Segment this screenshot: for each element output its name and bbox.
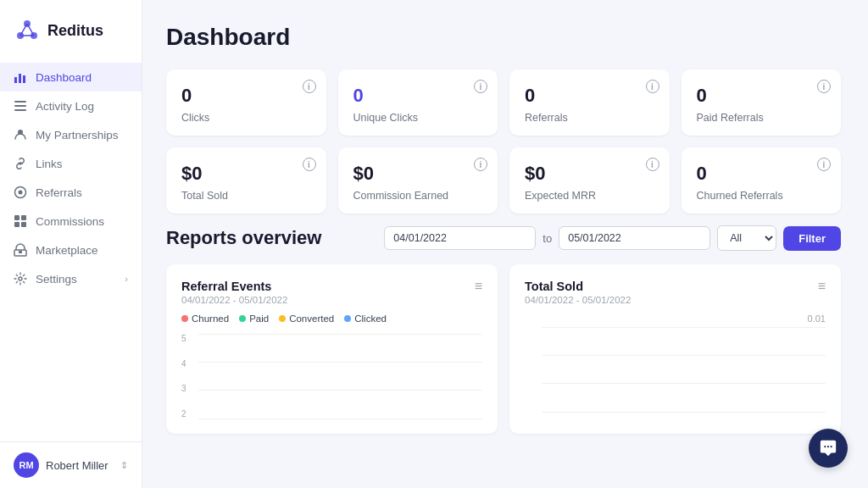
reports-header: Reports overview to All Filter [166, 225, 841, 251]
stat-card-clicks: i 0 Clicks [166, 69, 326, 136]
info-icon-unique-clicks[interactable]: i [474, 80, 487, 93]
grid-line-ts-2 [542, 355, 826, 356]
settings-chevron-icon: › [125, 274, 128, 284]
stat-label-total-sold: Total Sold [181, 190, 311, 202]
svg-rect-8 [23, 75, 25, 83]
stat-label-clicks: Clicks [181, 112, 311, 124]
svg-rect-7 [19, 74, 21, 83]
stat-value-expected-mrr: $0 [525, 163, 654, 185]
svg-rect-11 [14, 109, 26, 111]
info-icon-churned-referrals[interactable]: i [817, 158, 831, 171]
user-icon [14, 128, 27, 141]
grid-line-ts-4 [542, 412, 826, 413]
sidebar: Reditus Dashboard Activity Log [0, 0, 142, 488]
sidebar-item-my-partnerships[interactable]: My Partnerships [0, 120, 142, 149]
stat-card-paid-referrals: i 0 Paid Referrals [682, 69, 842, 136]
sidebar-label-settings: Settings [36, 273, 77, 286]
filter-button[interactable]: Filter [783, 226, 841, 251]
chart-yaxis: 5 4 3 2 [181, 334, 186, 419]
sidebar-label-marketplace: Marketplace [36, 244, 98, 257]
sidebar-label-dashboard: Dashboard [36, 71, 92, 84]
stat-label-expected-mrr: Expected MRR [525, 190, 654, 202]
legend-clicked: Clicked [344, 313, 387, 324]
svg-rect-6 [14, 77, 17, 83]
sidebar-item-marketplace[interactable]: Marketplace [0, 236, 142, 264]
reports-to-label: to [542, 232, 552, 245]
stat-label-commission-earned: Commission Earned [353, 190, 483, 202]
stat-label-unique-clicks: Unique Clicks [353, 112, 483, 124]
legend-label-converted: Converted [289, 313, 334, 324]
stat-card-churned-referrals: i 0 Churned Referrals [682, 147, 842, 214]
sidebar-item-referrals[interactable]: Referrals [0, 178, 142, 207]
legend-dot-clicked [344, 315, 351, 322]
sidebar-item-commissions[interactable]: Commissions [0, 207, 142, 236]
sidebar-label-commissions: Commissions [36, 215, 104, 228]
info-icon-referrals[interactable]: i [646, 80, 659, 93]
svg-point-21 [19, 277, 22, 280]
legend-paid: Paid [239, 313, 269, 324]
page-title: Dashboard [166, 24, 841, 51]
chart-area-referral-events: 5 4 3 2 [181, 334, 482, 419]
chat-button[interactable] [809, 429, 848, 468]
stat-value-clicks: 0 [181, 85, 311, 107]
reports-filter-select[interactable]: All [717, 225, 776, 251]
svg-rect-16 [21, 215, 26, 220]
chart-header-total-sold: Total Sold ≡ [525, 280, 826, 293]
stat-value-churned-referrals: 0 [697, 163, 826, 185]
chart-menu-icon-total-sold[interactable]: ≡ [818, 280, 826, 293]
info-icon-clicks[interactable]: i [303, 80, 316, 93]
legend-dot-converted [279, 315, 286, 322]
info-icon-total-sold[interactable]: i [303, 158, 316, 171]
grid-line-1 [198, 334, 482, 335]
grid-icon [14, 214, 27, 228]
chart-menu-icon-referral-events[interactable]: ≡ [475, 280, 482, 293]
sidebar-item-settings[interactable]: Settings › [0, 264, 142, 293]
legend-dot-paid [239, 315, 246, 322]
stat-value-paid-referrals: 0 [697, 85, 826, 107]
stat-card-referrals: i 0 Referrals [509, 69, 670, 136]
user-menu-icon: ⇕ [120, 460, 128, 471]
svg-point-22 [824, 446, 826, 447]
chat-icon [819, 439, 837, 458]
chart-header-referral-events: Referral Events ≡ [181, 280, 482, 293]
app-name: Reditus [47, 22, 103, 40]
stat-value-referrals: 0 [525, 85, 654, 107]
user-name: Robert Miller [46, 459, 108, 472]
sidebar-item-links[interactable]: Links [0, 149, 142, 178]
stat-value-unique-clicks: 0 [353, 85, 483, 107]
sidebar-item-activity-log[interactable]: Activity Log [0, 92, 142, 120]
stats-grid-row1: i 0 Clicks i 0 Unique Clicks i 0 Referra… [166, 69, 841, 136]
grid-line-3 [198, 390, 482, 391]
svg-rect-10 [14, 105, 26, 107]
bar-chart-icon [14, 70, 27, 84]
svg-rect-15 [14, 215, 19, 220]
charts-grid: Referral Events ≡ 04/01/2022 - 05/01/202… [166, 264, 841, 434]
chart-date-referral-events: 04/01/2022 - 05/01/2022 [181, 295, 482, 305]
stat-value-total-sold: $0 [181, 163, 311, 185]
sidebar-label-my-partnerships: My Partnerships [36, 129, 119, 141]
info-icon-expected-mrr[interactable]: i [646, 158, 659, 171]
chart-value-total-sold: 0.01 [525, 313, 826, 324]
info-icon-paid-referrals[interactable]: i [817, 80, 831, 93]
avatar: RM [14, 452, 39, 478]
chart-legend-referral-events: Churned Paid Converted Clicked [181, 313, 482, 324]
stat-card-commission-earned: i $0 Commission Earned [338, 147, 498, 214]
legend-label-paid: Paid [249, 313, 269, 324]
user-profile[interactable]: RM Robert Miller ⇕ [0, 441, 142, 488]
svg-rect-17 [14, 222, 19, 227]
date-to-input[interactable] [559, 226, 710, 250]
legend-label-clicked: Clicked [354, 313, 387, 324]
stats-grid-row2: i $0 Total Sold i $0 Commission Earned i… [166, 147, 841, 214]
list-icon [14, 99, 27, 113]
svg-line-4 [27, 24, 34, 36]
chart-grid-lines-total-sold [542, 327, 826, 412]
sidebar-label-activity-log: Activity Log [36, 100, 94, 113]
logo[interactable]: Reditus [0, 0, 142, 59]
date-from-input[interactable] [384, 226, 536, 250]
yaxis-2: 2 [181, 409, 186, 419]
stat-label-referrals: Referrals [525, 112, 654, 124]
chart-grid-lines [198, 334, 482, 419]
sidebar-item-dashboard[interactable]: Dashboard [0, 63, 142, 92]
chart-title-total-sold: Total Sold [525, 280, 583, 293]
info-icon-commission-earned[interactable]: i [474, 158, 487, 171]
